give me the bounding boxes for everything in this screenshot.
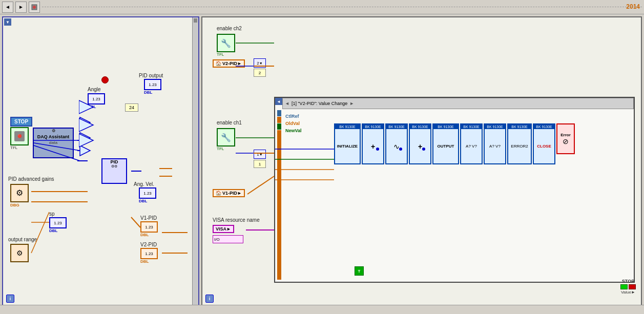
toolbar-separator bbox=[42, 7, 642, 7]
bar-orange-long bbox=[277, 130, 281, 280]
svg-line-15 bbox=[131, 217, 140, 227]
right-panel: enable ch2 🔧 TFL 🏠 V2-PID► 2 ▼ 2 en bbox=[201, 16, 642, 307]
event-refs: CtlRef OldVal NewVal bbox=[283, 113, 304, 134]
sp-indicator: 1.23 bbox=[49, 217, 67, 228]
bk-9130e-q1-title: BK 9130E bbox=[461, 124, 482, 129]
forward-button[interactable]: ► bbox=[15, 2, 27, 13]
back-button[interactable]: ◄ bbox=[2, 2, 13, 13]
dropdown-arrow-1: ▼ bbox=[259, 153, 263, 156]
value-2-text: 2 bbox=[259, 71, 261, 75]
errout-label: Error bbox=[560, 133, 571, 137]
bar-blue bbox=[277, 110, 281, 116]
record-dot bbox=[101, 76, 109, 83]
enable-ch1-tfl: TFL bbox=[217, 146, 224, 151]
func-block-add2[interactable]: BK 9130E + bbox=[409, 123, 431, 164]
func-block-query1[interactable]: BK 9130E A? V? bbox=[460, 123, 483, 164]
bk-9130e-output-title: BK 9130E bbox=[433, 124, 458, 129]
svg-point-1 bbox=[33, 6, 36, 9]
bk-9130e-wave-title: BK 9130E bbox=[386, 124, 407, 129]
scroll-thumb-left bbox=[194, 18, 197, 23]
func-block-error2[interactable]: BK 9130E ERROR2 bbox=[507, 123, 532, 164]
v1-pid-selector[interactable]: 🏠 V1-PID► bbox=[213, 189, 245, 197]
bool-true-constant: T bbox=[355, 266, 364, 276]
info-icon-left[interactable]: i bbox=[6, 295, 14, 303]
value-24-box: 24 bbox=[125, 103, 138, 112]
dropdown-arrow: ▼ bbox=[259, 61, 263, 65]
right-diagram: enable ch2 🔧 TFL 🏠 V2-PID► 2 ▼ 2 en bbox=[202, 17, 641, 306]
func-block-initialize[interactable]: BK 9130E INITIALIZE bbox=[334, 123, 361, 164]
ang-vel-indicator: 1.23 bbox=[139, 187, 156, 199]
v2-pid-selector[interactable]: 🏠 V2-PID► bbox=[213, 59, 245, 68]
ctlref-label: CtlRef bbox=[283, 113, 304, 119]
bk-9130e-err-title: BK 9130E bbox=[508, 124, 531, 129]
event-scroll-right: ► bbox=[349, 101, 354, 106]
enable-ch1-block[interactable]: 🔧 bbox=[217, 128, 235, 146]
daq-icon: ⚙ bbox=[34, 129, 73, 133]
enable-ch2-block[interactable]: 🔧 bbox=[217, 34, 235, 52]
status-bar bbox=[0, 305, 644, 314]
stop-label-bottom: STOP bbox=[622, 279, 634, 284]
scroll-bar-left[interactable] bbox=[192, 17, 198, 306]
pid-block[interactable]: PID ⚙⚙ bbox=[101, 158, 127, 184]
left-diagram: ▼ STOP 🔴 TFL ⚙ DAQ Assistant data PID ad… bbox=[3, 17, 198, 306]
info-icon-right[interactable]: i bbox=[205, 295, 214, 303]
pid-gains-icon: ⚙ bbox=[11, 185, 28, 201]
oldval-label: OldVal bbox=[283, 120, 304, 127]
toolbar: ◄ ► 2014 bbox=[0, 0, 644, 14]
add1-label: + bbox=[371, 129, 375, 163]
v2-pid-label: V2-PID► bbox=[222, 61, 242, 66]
value-label-bottom: Value► bbox=[621, 290, 635, 295]
output-label: OUTPUT bbox=[438, 129, 454, 163]
value-24: 24 bbox=[129, 105, 134, 110]
bar-green bbox=[277, 123, 281, 130]
value-1-dropdown[interactable]: 1 ▼ bbox=[254, 150, 266, 159]
func-block-close[interactable]: BK 9130E CLOSE bbox=[533, 123, 555, 164]
sp-dbl: DBL bbox=[49, 228, 57, 233]
value-2-dropdown[interactable]: 2 ▼ bbox=[254, 58, 266, 68]
error2-label: ERROR2 bbox=[511, 129, 528, 163]
output-range-block[interactable]: ⚙ bbox=[10, 244, 29, 262]
home-icon: 🏠 bbox=[216, 61, 221, 66]
run-button[interactable] bbox=[29, 2, 40, 13]
enable-ch2-tfl: TFL bbox=[217, 52, 224, 57]
pid-sublabel: ⚙⚙ bbox=[102, 164, 126, 169]
visa-selector[interactable]: VISA► bbox=[213, 225, 234, 233]
enable-ch1-icon: 🔧 bbox=[221, 133, 231, 142]
func-block-query2[interactable]: BK 9130E A? V? bbox=[484, 123, 506, 164]
func-block-wave[interactable]: BK 9130E ∿ bbox=[385, 123, 408, 164]
daq-label: DAQ Assistant bbox=[34, 134, 73, 139]
pid-output-value: 1.23 bbox=[149, 82, 157, 87]
pid-gains-block[interactable]: ⚙ bbox=[10, 184, 29, 202]
ang-vel-value: 1.23 bbox=[143, 191, 152, 196]
tfl-label-stop: TFL bbox=[10, 145, 17, 150]
ang-vel-dbl: DBL bbox=[139, 199, 147, 203]
func-block-output[interactable]: BK 9130E OUTPUT bbox=[432, 123, 459, 164]
scroll-indicator-left[interactable]: ▼ bbox=[4, 18, 11, 26]
add2-label: + bbox=[418, 129, 422, 163]
stop-button[interactable]: STOP bbox=[10, 117, 32, 127]
func-blocks-row: BK 9130E INITIALIZE BK 9130E + BK 9130E … bbox=[334, 123, 632, 280]
svg-marker-23 bbox=[79, 134, 93, 147]
close-label: CLOSE bbox=[537, 129, 551, 163]
pid-label: PID bbox=[102, 159, 126, 164]
func-block-errout: Error ⊘ bbox=[556, 123, 575, 154]
svg-marker-21 bbox=[79, 100, 93, 114]
func-block-add1[interactable]: BK 9130E + bbox=[362, 123, 384, 164]
stop-indicator-block: 🔴 bbox=[10, 127, 29, 145]
pid-gains-connector: DBG bbox=[10, 203, 19, 207]
errout-icon: ⊘ bbox=[563, 137, 569, 145]
value-1-text: 1 bbox=[259, 162, 261, 166]
query1-label: A? V? bbox=[466, 129, 477, 163]
v1-pid-dbl: DBL bbox=[140, 233, 149, 237]
newval-label: NewVal bbox=[283, 128, 304, 134]
event-subdiagram: ◄ ◄ [1] "V2-PID": Value Change ► CtlRef … bbox=[274, 97, 635, 283]
daq-sublabel: data bbox=[34, 140, 73, 145]
home-icon-v1: 🏠 bbox=[216, 191, 221, 196]
v2-pid-dbl-left: DBL bbox=[140, 259, 149, 264]
event-scroll-indicator[interactable]: ◄ bbox=[275, 98, 282, 105]
visa-short-label: VISA► bbox=[216, 226, 231, 232]
daq-assistant-block[interactable]: ⚙ DAQ Assistant data bbox=[33, 128, 74, 158]
left-panel: ▼ STOP 🔴 TFL ⚙ DAQ Assistant data PID ad… bbox=[2, 16, 199, 307]
v2-pid-indicator-left: 1.23 bbox=[140, 248, 158, 259]
amplifier-1 bbox=[79, 99, 94, 120]
